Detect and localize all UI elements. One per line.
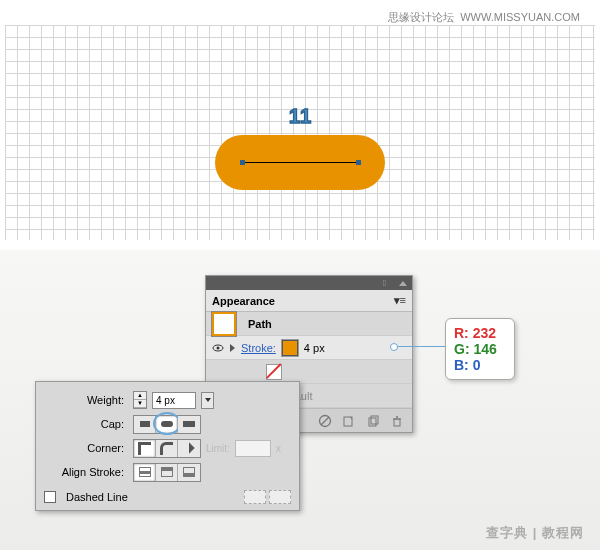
dash-preserve-buttons: [244, 490, 291, 504]
step-number-badge: 11: [289, 105, 311, 128]
align-inside-icon: [161, 467, 173, 477]
corner-bevel-button[interactable]: [178, 440, 200, 457]
trash-icon[interactable]: [390, 414, 404, 428]
panel-grip-icon: : [383, 278, 387, 288]
align-label: Align Stroke:: [44, 466, 124, 478]
stroked-path-segment[interactable]: [243, 162, 358, 163]
limit-suffix: x: [276, 443, 281, 454]
panel-title: Appearance ▾≡: [206, 290, 412, 312]
site-credit: 思缘设计论坛 WWW.MISSYUAN.COM: [388, 10, 580, 25]
weight-label: Weight:: [44, 394, 124, 406]
orange-pill-shape[interactable]: [215, 135, 385, 190]
svg-point-1: [217, 346, 220, 349]
stroke-panel: Weight: ▲ ▼ 4 px Cap: Corner: Limit: x: [35, 381, 300, 511]
callout-leader: [394, 346, 446, 347]
watermark: 查字典 | 教程网: [486, 524, 584, 542]
object-type-label: Path: [248, 318, 272, 330]
align-center-button[interactable]: [134, 464, 156, 481]
stroke-color-swatch[interactable]: [282, 340, 298, 356]
cap-buttons: [133, 415, 201, 434]
dash-preserve-1[interactable]: [244, 490, 266, 504]
stroke-link[interactable]: Stroke:: [241, 342, 276, 354]
rgb-callout: R: 232 G: 146 B: 0: [445, 318, 515, 380]
cap-projecting-icon: [183, 421, 195, 427]
align-outside-button[interactable]: [178, 464, 200, 481]
svg-rect-5: [369, 418, 376, 426]
stroke-row[interactable]: Stroke: 4 px: [206, 336, 412, 360]
weight-dropdown[interactable]: [201, 392, 214, 409]
svg-line-3: [321, 417, 329, 425]
duplicate-icon[interactable]: [366, 414, 380, 428]
weight-row: Weight: ▲ ▼ 4 px: [44, 388, 291, 412]
object-row[interactable]: Path: [206, 312, 412, 336]
svg-rect-6: [371, 416, 378, 424]
object-thumbnail: [212, 312, 236, 336]
dashed-label: Dashed Line: [66, 491, 128, 503]
weight-stepper[interactable]: ▲ ▼: [133, 391, 147, 409]
align-center-icon: [139, 467, 151, 477]
none-swatch-icon[interactable]: [266, 364, 282, 380]
svg-rect-7: [394, 419, 400, 426]
cap-butt-icon: [140, 421, 150, 427]
dashed-row: Dashed Line: [44, 490, 291, 504]
stepper-down-icon[interactable]: ▼: [134, 400, 146, 408]
rgb-r: R: 232: [454, 325, 506, 341]
rgb-g: G: 146: [454, 341, 506, 357]
limit-label: Limit:: [206, 443, 230, 454]
weight-field[interactable]: 4 px: [152, 392, 196, 409]
stepper-up-icon[interactable]: ▲: [134, 392, 146, 400]
appearance-title-text: Appearance: [212, 295, 275, 307]
corner-buttons: [133, 439, 201, 458]
align-outside-icon: [183, 467, 195, 477]
cap-row: Cap:: [44, 412, 291, 436]
panel-dragbar[interactable]: : [206, 276, 412, 290]
new-icon[interactable]: [342, 414, 356, 428]
no-action-icon[interactable]: [318, 414, 332, 428]
cap-round-button[interactable]: [156, 416, 178, 433]
visibility-icon[interactable]: [212, 342, 224, 354]
corner-row: Corner: Limit: x: [44, 436, 291, 460]
corner-round-button[interactable]: [156, 440, 178, 457]
dash-preserve-2[interactable]: [269, 490, 291, 504]
corner-miter-button[interactable]: [134, 440, 156, 457]
corner-label: Corner:: [44, 442, 124, 454]
cap-label: Cap:: [44, 418, 124, 430]
panel-menu-icon[interactable]: ▾≡: [394, 294, 406, 307]
align-inside-button[interactable]: [156, 464, 178, 481]
align-row: Align Stroke:: [44, 460, 291, 484]
panel-collapse-icon[interactable]: [399, 281, 407, 286]
limit-field: [235, 440, 271, 457]
canvas-grid: 11: [5, 25, 595, 240]
stroke-weight-value: 4 px: [304, 342, 325, 354]
site-url: WWW.MISSYUAN.COM: [460, 11, 580, 23]
expand-arrow-icon[interactable]: [230, 344, 235, 352]
cap-projecting-button[interactable]: [178, 416, 200, 433]
site-label: 思缘设计论坛: [388, 11, 454, 23]
dashed-checkbox[interactable]: [44, 491, 56, 503]
rgb-b: B: 0: [454, 357, 506, 373]
highlight-ring: [153, 412, 181, 435]
align-buttons: [133, 463, 201, 482]
